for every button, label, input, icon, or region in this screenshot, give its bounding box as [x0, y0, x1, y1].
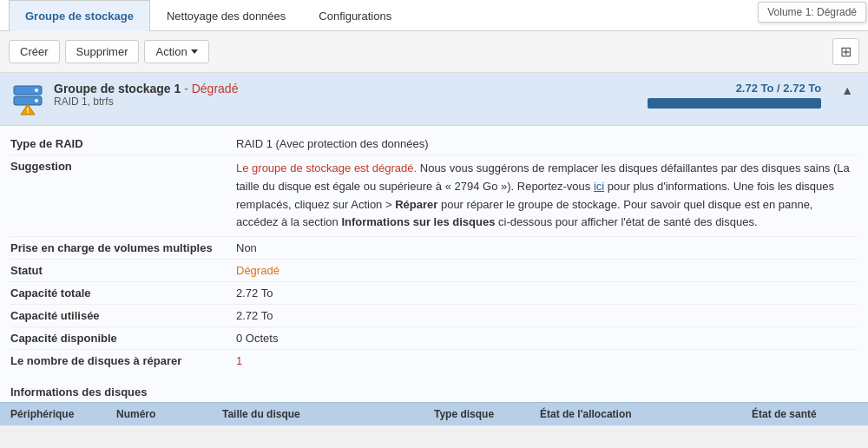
multi-volume-value: Non	[236, 241, 858, 254]
total-capacity-value: 2.72 To	[236, 287, 858, 300]
progress-bar-fill	[648, 98, 821, 109]
suggestion-link[interactable]: ici	[594, 180, 604, 193]
suggestion-text4: ci-dessous pour afficher l'état de santé…	[495, 215, 757, 228]
action-caret-icon	[191, 49, 198, 54]
disk-col-number: Numéro	[116, 408, 222, 420]
disk-table-header: Périphérique Numéro Taille du disque Typ…	[0, 402, 868, 425]
storage-header-info: Groupe de stockage 1 - Dégradé RAID 1, b…	[54, 82, 639, 108]
suggestion-value: Le groupe de stockage est dégradé. Nous …	[236, 160, 858, 232]
disk-col-size: Taille du disque	[222, 408, 434, 420]
disk-col-allocation: État de l'allocation	[540, 408, 752, 420]
available-capacity-label: Capacité disponible	[10, 332, 236, 345]
used-capacity-row: Capacité utilisée 2.72 To	[10, 305, 858, 327]
status-badge: - Dégradé	[184, 82, 238, 96]
tab-storage[interactable]: Groupe de stockage	[9, 0, 150, 31]
storage-group-title: Groupe de stockage 1 - Dégradé	[54, 82, 639, 96]
main-content: ! Groupe de stockage 1 - Dégradé RAID 1,…	[0, 73, 868, 425]
storage-header-right: 2.72 To / 2.72 To	[648, 82, 821, 109]
columns-icon: ⊞	[840, 44, 852, 59]
disk-col-type: Type disque	[434, 408, 540, 420]
disk-col-health: État de santé	[752, 408, 858, 420]
tab-cleanup[interactable]: Nettoyage des données	[150, 0, 302, 31]
used-capacity-label: Capacité utilisée	[10, 309, 236, 322]
collapse-button[interactable]: ▲	[837, 82, 858, 99]
delete-button[interactable]: Supprimer	[65, 40, 140, 63]
storage-subtitle: RAID 1, btrfs	[54, 96, 639, 108]
details-section: Type de RAID RAID 1 (Avec protection des…	[0, 126, 868, 379]
columns-button[interactable]: ⊞	[832, 38, 859, 65]
svg-point-2	[35, 89, 38, 92]
disks-repair-row: Le nombre de disques à réparer 1	[10, 350, 858, 372]
toolbar-right: ⊞	[832, 38, 859, 65]
status-label: Statut	[10, 264, 236, 277]
disk-info-header: Informations des disques	[0, 379, 868, 402]
multi-volume-label: Prise en charge de volumes multiples	[10, 241, 236, 254]
storage-capacity: 2.72 To / 2.72 To	[648, 82, 821, 95]
disk-col-peripheral: Périphérique	[10, 408, 116, 420]
multi-volume-row: Prise en charge de volumes multiples Non	[10, 237, 858, 260]
storage-group-header: ! Groupe de stockage 1 - Dégradé RAID 1,…	[0, 73, 868, 126]
suggestion-bold1: Réparer	[395, 198, 437, 211]
suggestion-bold2: Informations sur les disques	[341, 215, 495, 228]
toolbar: Créer Supprimer Action ⊞	[0, 31, 868, 73]
progress-bar	[648, 98, 821, 109]
total-capacity-label: Capacité totale	[10, 287, 236, 300]
svg-point-3	[35, 99, 38, 102]
svg-text:!: !	[27, 106, 30, 115]
raid-type-value: RAID 1 (Avec protection des données)	[236, 137, 858, 150]
suggestion-label: Suggestion	[10, 160, 236, 173]
raid-type-row: Type de RAID RAID 1 (Avec protection des…	[10, 133, 858, 155]
disks-repair-label: Le nombre de disques à réparer	[10, 354, 236, 367]
status-value: Dégradé	[236, 264, 858, 277]
create-button[interactable]: Créer	[9, 40, 60, 63]
volume-tooltip: Volume 1: Dégradé	[758, 2, 866, 23]
status-row: Statut Dégradé	[10, 260, 858, 282]
suggestion-red: Le groupe de stockage est dégradé.	[236, 161, 417, 175]
storage-icon: !	[10, 82, 45, 116]
available-capacity-row: Capacité disponible 0 Octets	[10, 327, 858, 350]
disks-repair-value: 1	[236, 354, 858, 367]
raid-type-label: Type de RAID	[10, 137, 236, 150]
available-capacity-value: 0 Octets	[236, 332, 858, 345]
total-capacity-row: Capacité totale 2.72 To	[10, 282, 858, 305]
action-button[interactable]: Action	[144, 40, 208, 63]
used-capacity-value: 2.72 To	[236, 309, 858, 322]
top-nav: Groupe de stockage Nettoyage des données…	[0, 0, 868, 31]
suggestion-row: Suggestion Le groupe de stockage est dég…	[10, 155, 858, 237]
tab-config[interactable]: Configurations	[302, 0, 408, 31]
